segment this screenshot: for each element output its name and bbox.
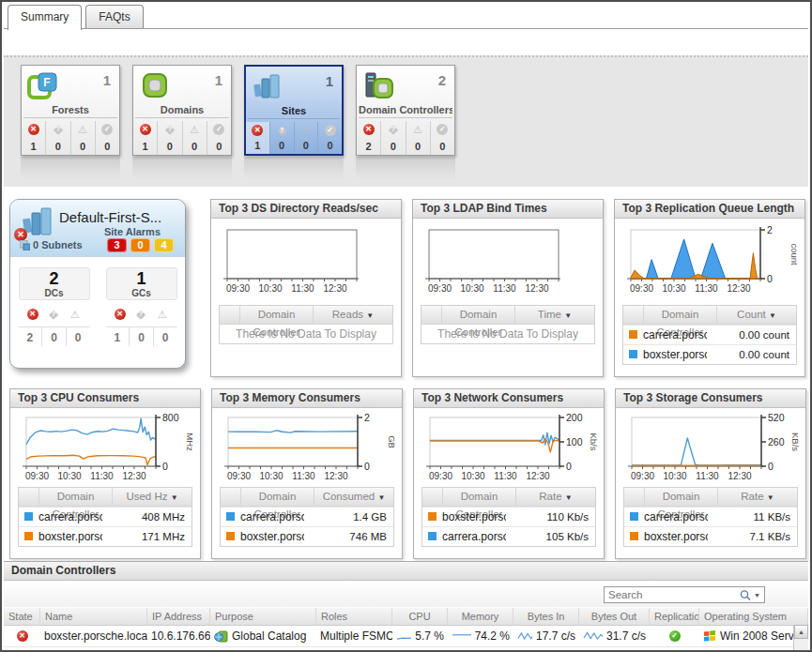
tile-domains[interactable]: 1 Domains 1 0 0 0	[132, 65, 232, 156]
table-row[interactable]: boxster.porsche.local 10.6.176.66 Global…	[4, 626, 808, 647]
col-purpose[interactable]: Purpose	[210, 608, 316, 625]
sites-icon	[251, 71, 284, 101]
tile-count: 1	[326, 73, 333, 89]
legend-row[interactable]: boxster.porsche... 746 MB	[221, 526, 393, 546]
alarm-fatal-badge[interactable]: 3	[107, 238, 127, 252]
alarm-critical-badge[interactable]: 0	[130, 238, 150, 252]
legend-sort-header[interactable]: Rate	[516, 488, 595, 506]
legend-name-header[interactable]: Domain Controller	[240, 306, 314, 324]
search-input[interactable]	[605, 589, 739, 600]
legend-name-header[interactable]: Domain Controller	[443, 488, 516, 506]
vertical-scrollbar[interactable]	[793, 625, 808, 650]
dc-toolbar	[4, 581, 808, 607]
windows-logo-icon	[703, 630, 716, 643]
legend-row[interactable]: carrera.porsche... 1.4 GB	[221, 507, 393, 526]
col-bytes-out[interactable]: Bytes Out	[579, 608, 650, 625]
dc-name: carrera.porsche...	[240, 508, 304, 526]
series-swatch	[24, 532, 33, 540]
legend-row[interactable]: boxster.porsche... 0.00 count	[623, 344, 796, 364]
svg-text:KB/s: KB/s	[790, 432, 801, 451]
legend-row[interactable]: carrera.porsche... 105 Kb/s	[422, 526, 595, 546]
legend-row[interactable]: carrera.porsche... 0.00 count	[623, 325, 796, 344]
svg-text:0: 0	[162, 461, 168, 472]
legend-swatch-column	[221, 488, 241, 506]
legend-row[interactable]: boxster.porsche... 7.1 KB/s	[624, 526, 797, 546]
series-swatch	[428, 532, 437, 540]
col-ip[interactable]: IP Address	[147, 608, 210, 625]
tile-sites[interactable]: 1 Sites 1 0 0 0	[244, 65, 344, 156]
legend-row[interactable]: carrera.porsche... 408 MHz	[19, 507, 192, 526]
legend-sort-header[interactable]: Count	[717, 306, 796, 324]
col-roles[interactable]: Roles	[316, 608, 392, 625]
col-name[interactable]: Name	[40, 608, 147, 625]
legend-name-header[interactable]: Domain Controller	[645, 488, 718, 506]
col-os[interactable]: Operating System	[699, 608, 808, 625]
svg-text:Kb/s: Kb/s	[589, 432, 599, 450]
legend-name-header[interactable]: Domain Controller	[241, 488, 314, 506]
tile-status-row: 2 0 0 0	[357, 121, 454, 155]
tile-forests[interactable]: F 1 Forests 1 0 0 0	[21, 65, 120, 156]
sort-caret-icon	[171, 493, 178, 502]
panel-ds-reads: Top 3 DS Directory Reads/sec 09:3010:301…	[210, 199, 402, 377]
col-memory[interactable]: Memory	[448, 608, 513, 625]
col-cpu[interactable]: CPU	[392, 608, 448, 625]
legend-sort-header[interactable]: Time	[515, 306, 594, 324]
sort-caret-icon	[769, 311, 776, 320]
svg-text:10:30: 10:30	[461, 471, 484, 481]
legend-name-header[interactable]: Domain Controller	[442, 306, 515, 324]
svg-text:11:30: 11:30	[292, 471, 315, 481]
tile-reflection	[132, 157, 232, 179]
warning-count: 0	[192, 141, 197, 152]
legend-row[interactable]: carrera.porsche... 11 KB/s	[624, 507, 797, 526]
panel-storage-consumers: Top 3 Storage Consumers 09:3010:3011:301…	[615, 388, 806, 559]
cpu-sparkline	[396, 630, 411, 642]
tile-status-row: 1 0 0 0	[133, 121, 231, 155]
svg-text:11:30: 11:30	[291, 283, 314, 294]
dc-value: 171 MHz	[102, 527, 192, 546]
col-bytes-in[interactable]: Bytes In	[513, 608, 579, 625]
search-options-caret[interactable]	[752, 592, 764, 599]
tile-reflection	[244, 157, 344, 179]
fatal-count: 2	[19, 327, 43, 346]
site-card-body: 2 DCs 2 0 0 1 GCs	[10, 267, 185, 346]
dc-ip-cell: 10.6.176.67	[147, 647, 210, 650]
table-row[interactable]: carrera.porsche.local 10.6.176.67 Domain…	[4, 647, 808, 650]
svg-text:11:30: 11:30	[494, 471, 517, 481]
ds-reads-legend: Domain Controller Reads There Is No Data…	[219, 305, 393, 344]
app-window: Summary FAQts F 1 Forests 1 0 0 0 1 Doma…	[0, 0, 812, 652]
site-card[interactable]: Default-First-S... 0 Subnets Site Alarms…	[9, 199, 186, 369]
series-swatch	[629, 350, 637, 358]
dc-value: 408 MHz	[102, 508, 192, 526]
fatal-status-icon	[17, 630, 28, 642]
legend-sort-header[interactable]: Reads	[314, 306, 392, 324]
svg-text:800: 800	[162, 412, 179, 423]
legend-sort-header[interactable]: Consumed	[314, 488, 393, 506]
legend-row[interactable]: boxster.porsche... 171 MHz	[19, 526, 192, 546]
unknown-count: 0	[279, 140, 284, 151]
legend-row[interactable]: boxster.porsche... 110 Kb/s	[422, 507, 595, 526]
alarm-warning-badge[interactable]: 4	[154, 238, 174, 252]
tab-faqts[interactable]: FAQts	[85, 5, 143, 28]
dc-name: carrera.porsche...	[643, 326, 707, 344]
dc-os-cell: Win 2008 Serv	[699, 626, 808, 646]
legend-name-header[interactable]: Domain Controller	[39, 488, 113, 506]
dc-roles-cell: Multiple FSMO	[316, 626, 392, 646]
svg-text:11:30: 11:30	[696, 471, 719, 481]
search-box[interactable]	[604, 586, 765, 603]
dc-name: carrera.porsche...	[38, 508, 102, 526]
sort-caret-icon	[377, 493, 385, 502]
tile-count: 1	[215, 72, 222, 88]
legend-sort-header[interactable]: Rate	[718, 488, 797, 506]
legend-sort-header[interactable]: Used Hz	[113, 488, 192, 506]
col-replication[interactable]: Replication	[650, 608, 699, 625]
gcs-group[interactable]: 1 GCs 1 0 0	[106, 267, 177, 346]
legend-name-header[interactable]: Domain Controller	[644, 306, 717, 324]
scroll-up-button[interactable]	[794, 625, 808, 639]
svg-text:12:30: 12:30	[323, 283, 346, 294]
unknown-status-icon	[276, 125, 288, 136]
tile-domain-controllers[interactable]: 2 Domain Controllers 2 0 0 0	[356, 65, 455, 156]
col-state[interactable]: State	[4, 608, 40, 625]
dcs-group[interactable]: 2 DCs 2 0 0	[19, 267, 90, 346]
tab-summary[interactable]: Summary	[8, 5, 82, 30]
warning-status-icon	[299, 125, 312, 136]
